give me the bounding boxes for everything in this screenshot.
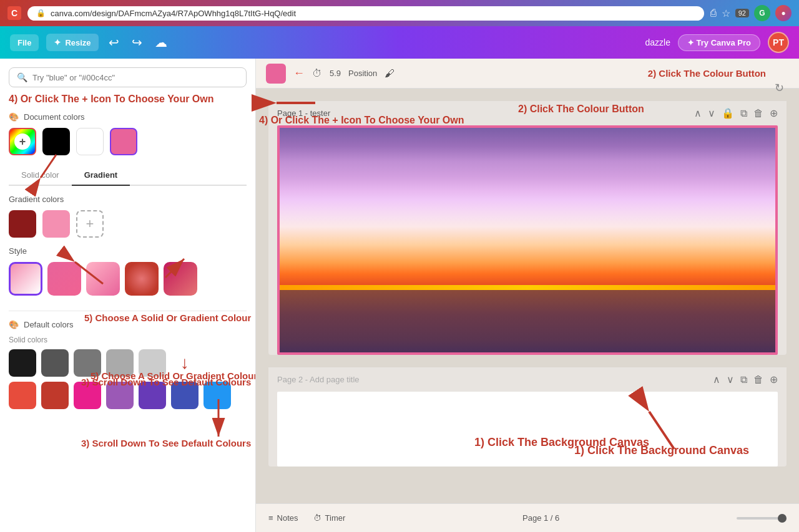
page-1-controls: ∧ ∨ 🔒 ⧉ 🗑 ⊕ (694, 107, 778, 119)
style-swatch-2[interactable] (47, 262, 81, 296)
page-2-section: Page 2 - Add page title ∧ ∨ ⧉ 🗑 ⊕ (268, 367, 787, 467)
default-swatch-red[interactable] (9, 382, 36, 409)
canvas-page-1[interactable] (277, 125, 778, 355)
default-colors-row-1: ↓ (9, 349, 247, 377)
page-2-title: Page 2 - Add page title (277, 375, 713, 384)
url-bar[interactable]: 🔒 canva.com/design/DAFmcmAZya4/R7ApOWhhg… (27, 6, 704, 21)
page-2-delete-button[interactable]: 🗑 (753, 374, 763, 385)
url-text: canva.com/design/DAFmcmAZya4/R7ApOWhhg1q… (51, 9, 296, 18)
style-swatch-5[interactable] (164, 262, 197, 296)
default-colors-label: Default colors (24, 320, 73, 329)
page-2-add-button[interactable]: ⊕ (770, 374, 778, 385)
position-button[interactable]: Position (348, 69, 377, 78)
default-swatch-gray[interactable] (74, 349, 101, 377)
paint-roller-icon: 🖌 (385, 68, 395, 79)
tab-gradient[interactable]: Gradient (72, 165, 130, 186)
redo-button[interactable]: ↪ (129, 32, 145, 52)
style-swatches (9, 262, 247, 296)
refresh-canvas-button[interactable]: ↻ (775, 81, 784, 95)
default-swatch-indigo[interactable] (171, 382, 199, 409)
size-value: 5.9 (330, 69, 341, 78)
star-icon[interactable]: ☆ (722, 7, 730, 19)
default-swatch-deep-purple[interactable] (139, 382, 166, 409)
page-2-down-button[interactable]: ∨ (727, 374, 734, 385)
gradient-colors-label: Gradient colors (9, 195, 247, 204)
notes-label: Notes (277, 513, 298, 523)
resize-label: Resize (65, 38, 91, 47)
resize-button[interactable]: ✦ Resize (46, 34, 98, 51)
default-swatch-black[interactable] (9, 349, 36, 377)
page-1-lock-button[interactable]: 🔒 (722, 107, 734, 119)
user-avatar[interactable]: PT (768, 32, 789, 53)
document-colors-header: 🎨 Document colors (9, 112, 247, 122)
size-icon: ⏱ (312, 68, 322, 79)
save-cloud-button[interactable]: ☁ (152, 32, 170, 52)
color-preview-button[interactable] (266, 64, 286, 84)
canvas-page-2[interactable] (277, 392, 778, 467)
share-browser-icon[interactable]: ⎙ (710, 7, 717, 19)
default-swatch-blue[interactable] (203, 382, 231, 409)
page-1-down-button[interactable]: ∨ (708, 107, 715, 119)
page-2-header: Page 2 - Add page title ∧ ∨ ⧉ 🗑 ⊕ (268, 367, 787, 392)
horizon-line (280, 285, 775, 290)
page-2-placeholder: Add page title (310, 375, 360, 384)
element-toolbar: ← ⏱ 5.9 Position 🖌 2) Click The Colour B… (256, 59, 799, 89)
default-colors-row-2 (9, 382, 247, 409)
profile-avatar-browser: ● (775, 5, 792, 21)
timer-label: Timer (325, 513, 346, 523)
page-1-header: Page 1 - tester ∧ ∨ 🔒 ⧉ 🗑 ⊕ (268, 101, 787, 125)
instruction-4-text: 4) Or Click The + Icon To Choose Your Ow… (9, 94, 247, 105)
gradient-swatch-pink[interactable] (42, 210, 70, 238)
default-swatch-crimson[interactable] (41, 382, 69, 409)
document-colors-label: Document colors (24, 112, 85, 122)
timer-button[interactable]: ⏱ Timer (313, 513, 346, 523)
tab-solid-color[interactable]: Solid color (9, 165, 72, 186)
gradient-color-swatches: + (9, 210, 247, 238)
style-swatch-1[interactable] (9, 262, 42, 296)
add-color-button[interactable]: + (9, 128, 36, 155)
resize-icon: ✦ (54, 37, 61, 47)
default-swatch-mid-gray[interactable] (106, 349, 134, 377)
try-canva-pro-button[interactable]: ✦ Try Canva Pro (678, 34, 760, 51)
browser-actions: ⎙ ☆ 92 G ● (710, 5, 792, 21)
style-swatch-3[interactable] (86, 262, 120, 296)
page-1-duplicate-button[interactable]: ⧉ (740, 108, 747, 119)
lock-icon: 🔒 (36, 9, 46, 17)
style-swatch-4[interactable] (125, 262, 159, 296)
bottom-toolbar: ≡ Notes ⏱ Timer Page 1 / 6 (256, 503, 799, 532)
page-1-title: Page 1 - tester (277, 109, 694, 118)
file-button[interactable]: File (10, 34, 39, 51)
instruction-3-text: 3) Scroll Down To See Default Colours (81, 438, 251, 448)
page-2-duplicate-button[interactable]: ⧉ (740, 374, 747, 385)
default-swatch-dark-gray[interactable] (41, 349, 69, 377)
default-swatch-hot-pink[interactable] (74, 382, 101, 409)
page-info: Page 1 / 6 (360, 513, 722, 523)
default-swatch-purple[interactable] (106, 382, 134, 409)
search-box[interactable]: 🔍 (9, 67, 247, 87)
sunset-image (280, 128, 775, 352)
page-1-add-button[interactable]: ⊕ (770, 107, 778, 119)
page-1-section: Page 1 - tester ∧ ∨ 🔒 ⧉ 🗑 ⊕ (268, 101, 787, 355)
white-swatch[interactable] (76, 128, 104, 155)
black-swatch[interactable] (42, 128, 70, 155)
slider-track (737, 517, 787, 520)
page-2-up-button[interactable]: ∧ (713, 374, 720, 385)
zoom-slider[interactable] (737, 517, 787, 520)
color-search-input[interactable] (32, 73, 238, 82)
page-1-up-button[interactable]: ∧ (694, 107, 702, 119)
notes-button[interactable]: ≡ Notes (268, 513, 298, 523)
page-1-delete-button[interactable]: 🗑 (753, 108, 763, 119)
gradient-add-button[interactable]: + (76, 210, 104, 238)
pink-swatch[interactable] (110, 128, 137, 155)
divider (9, 311, 247, 311)
slider-thumb[interactable] (778, 514, 787, 523)
undo-button[interactable]: ↩ (106, 32, 122, 52)
canvas-area[interactable]: Page 1 - tester ∧ ∨ 🔒 ⧉ 🗑 ⊕ (256, 89, 799, 503)
beach-area (280, 290, 775, 352)
tab-icon: C (7, 6, 21, 20)
solid-colors-label: Solid colors (9, 336, 247, 344)
gradient-swatch-dark-red[interactable] (9, 210, 36, 238)
canva-toolbar: File ✦ Resize ↩ ↪ ☁ dazzle ✦ Try Canva P… (0, 26, 799, 59)
notes-icon: ≡ (268, 513, 273, 523)
default-swatch-light-gray[interactable] (139, 349, 166, 377)
